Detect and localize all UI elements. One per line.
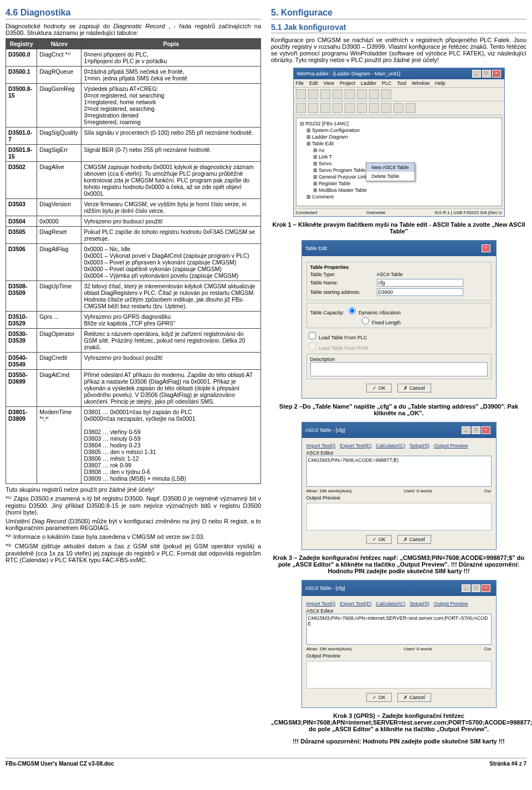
tree-item[interactable]: ⊞ System Configuration	[299, 127, 499, 134]
close-icon[interactable]: ×	[482, 244, 490, 252]
toolbar-button[interactable]	[345, 89, 355, 99]
ctx-delete-table[interactable]: Delete Table	[366, 172, 415, 181]
toolbar-button[interactable]	[381, 89, 391, 99]
close-icon[interactable]: ×	[482, 426, 490, 434]
toolbar-button[interactable]	[320, 103, 330, 113]
used-label: Used: 0 words	[404, 488, 432, 493]
minimize-icon[interactable]: _	[462, 426, 470, 434]
cancel-button[interactable]: ✗ Cancel	[397, 384, 431, 393]
chk-load-plc[interactable]: Load Table From PLC	[306, 335, 367, 340]
menu-item[interactable]: Ladder	[361, 80, 376, 86]
toolbar-button[interactable]	[308, 103, 318, 113]
toolbar-button[interactable]	[369, 103, 379, 113]
cell-registry: D3505	[6, 227, 37, 244]
menu-item[interactable]: Window	[412, 80, 429, 86]
tree-item[interactable]: ⊞ As	[299, 147, 499, 154]
allow-label: Allow: 196 words(Auto)	[306, 488, 352, 493]
tree-item[interactable]: ⊞ Ladder Diagram	[299, 134, 499, 140]
intro-paragraph: Diagnostické hodnoty se zapisují do Diag…	[6, 23, 261, 36]
cell-popis: 0x0000 – Nic, Idle 0x0001 – Vykonat pove…	[81, 244, 261, 281]
tab-link[interactable]: Import Text(I)	[306, 443, 336, 448]
table-row: D3530-D3539DiagOperatorŘetězec s názvem …	[6, 329, 261, 353]
toolbar-button[interactable]	[357, 89, 367, 99]
radio-fixed[interactable]: Fixed Length	[359, 320, 401, 325]
cell-nazev: DiagCredit	[37, 353, 81, 370]
tree-item[interactable]: ⊞ Table Edit	[299, 140, 499, 147]
description-area[interactable]	[310, 362, 488, 376]
cancel-button[interactable]: ✗ Cancel	[397, 535, 431, 544]
ok-button[interactable]: ✓ OK	[366, 535, 392, 544]
tree-item[interactable]: ⊟ RS232 [FBs-14MC]	[299, 120, 499, 127]
tab-link[interactable]: Output Preview	[434, 443, 468, 448]
tab-link[interactable]: Calculator(C)	[376, 601, 405, 606]
ok-button[interactable]: ✓ OK	[366, 384, 392, 393]
tab-link[interactable]: Calculator(C)	[376, 443, 405, 448]
input-table-name[interactable]	[377, 279, 463, 287]
toolbar-button[interactable]	[406, 103, 416, 113]
cell-popis: Výsledek příkazu AT+CREG: 0=not register…	[81, 84, 261, 128]
dialog-table-edit: Table Edit × Table Properties Table Type…	[301, 240, 497, 399]
cell-nazev: DiagAlive	[37, 162, 81, 199]
cancel-button[interactable]: ✗ Cancel	[397, 693, 431, 702]
tab-link[interactable]: Setup(S)	[410, 601, 429, 606]
cur-label: Cur	[484, 646, 492, 651]
chk-load-ror[interactable]: Load Table From ROR	[306, 345, 369, 351]
toolbar-2	[294, 101, 504, 115]
ascii-editor[interactable]: CMGSM3;PIN=7608;APN=internet;SERVER=test…	[306, 614, 492, 645]
minimize-icon[interactable]: _	[472, 70, 481, 78]
opt-fixed: Fixed Length	[372, 320, 401, 325]
cell-registry: D3506	[6, 244, 37, 281]
menu-item[interactable]: Tool	[397, 80, 406, 86]
toolbar-button[interactable]	[369, 89, 379, 99]
output-preview-area	[306, 503, 492, 531]
maximize-icon[interactable]: □	[472, 426, 480, 434]
tree-item[interactable]: ⊞ Link T	[299, 154, 499, 160]
menu-item[interactable]: View	[324, 80, 334, 86]
maximize-icon[interactable]: □	[482, 70, 491, 78]
toolbar-button[interactable]	[296, 103, 306, 113]
toolbar-button[interactable]	[345, 103, 355, 113]
cell-nazev: DiagSigQuality	[37, 128, 81, 145]
input-start-addr[interactable]	[377, 288, 463, 296]
tab-link[interactable]: Export Text(E)	[340, 601, 371, 606]
toolbar-button[interactable]	[320, 89, 330, 99]
tree-item[interactable]: ⊞ ModBus Master Table	[299, 187, 499, 193]
minimize-icon[interactable]: _	[462, 584, 470, 592]
footer-left: FBs-CMGSM User's Manual CZ v3-08.doc	[6, 761, 114, 767]
tab-link[interactable]: Export Text(E)	[340, 443, 371, 448]
maximize-icon[interactable]: □	[472, 584, 480, 592]
ok-button[interactable]: ✓ OK	[366, 693, 392, 702]
tab-link[interactable]: Output Preview	[434, 601, 468, 606]
menu-item[interactable]: Help	[435, 80, 446, 86]
cell-popis: 32 bitový čítač, který je inkrementován …	[81, 281, 261, 312]
toolbar-button[interactable]	[393, 103, 403, 113]
caption-step3: Krok 3 – Zadejte konfigurační řetězec na…	[271, 554, 526, 574]
cell-registry: D3501.0-7	[6, 128, 37, 145]
ascii-editor[interactable]: CMGSM3;PIN=7608;ACODE=998877;$'|	[306, 456, 492, 487]
toolbar-button[interactable]	[357, 103, 367, 113]
tab-link[interactable]: Setup(S)	[410, 443, 429, 448]
toolbar-button[interactable]	[332, 89, 342, 99]
ctx-new-ascii-table[interactable]: New ASCII Table	[366, 163, 415, 172]
toolbar-button[interactable]	[296, 89, 306, 99]
close-icon[interactable]: ×	[492, 70, 501, 78]
toolbar-button[interactable]	[332, 103, 342, 113]
toolbar-button[interactable]	[308, 89, 318, 99]
lbl-start-addr: Table starting address:	[310, 289, 377, 295]
toolbar-button[interactable]	[381, 103, 391, 113]
cell-registry: D3503	[6, 199, 37, 216]
tree-item[interactable]: ⊞ Comment	[299, 193, 499, 200]
menu-item[interactable]: Project	[340, 80, 355, 86]
menu-item[interactable]: Edit	[309, 80, 318, 86]
chk-load-ror-label: Load Table From ROR	[319, 345, 369, 351]
dialog-ascii-table-1: ASCII Table - [cfg] _ □ × Import Text(I)…	[301, 422, 497, 550]
menu-item[interactable]: File	[296, 80, 304, 86]
th-popis: Popis	[81, 39, 261, 49]
radio-dynamic[interactable]: Dynamic Allocation	[346, 310, 401, 315]
tab-link[interactable]: Import Text(I)	[306, 601, 336, 606]
menu-item[interactable]: PLC	[382, 80, 392, 86]
cell-popis: Vyhrazeno pro budoucí použití	[81, 353, 261, 370]
cell-nazev: Gprs ...	[37, 312, 81, 329]
close-icon[interactable]: ×	[482, 584, 490, 592]
dialog-titlebar: ASCII Table - [cfg] _ □ ×	[302, 422, 496, 438]
